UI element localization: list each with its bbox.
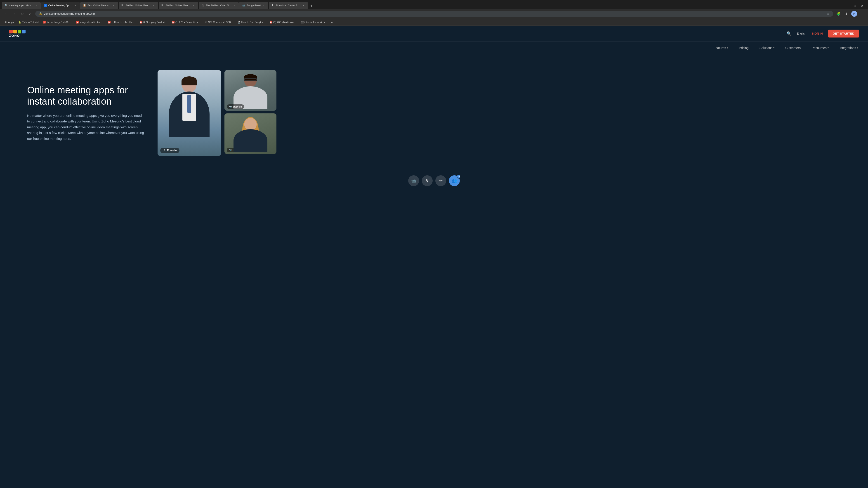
nav-integrations-label: Integrations <box>839 46 856 50</box>
bookmark-python[interactable]: 🐍 Python Tutorial <box>17 20 40 24</box>
bookmark-multiclass[interactable]: ▶ (5) 208 - Multiclass... <box>268 20 298 24</box>
forward-button[interactable]: → <box>11 11 17 17</box>
nav-pricing[interactable]: Pricing <box>738 44 749 52</box>
bookmark-imgclass[interactable]: ▶ Image classification... <box>74 20 105 24</box>
tab-title-4: 10 Best Online Meet... <box>126 4 151 7</box>
participants-button[interactable]: 👥 25 <box>449 175 460 186</box>
video-toggle-button[interactable]: 📹 <box>408 175 419 186</box>
tab-5[interactable]: K 10 Best Online Meet... ✕ <box>159 2 198 9</box>
franklin-video-bg <box>158 70 221 156</box>
bookmark-favicon-multiclass: ▶ <box>270 21 272 24</box>
share-screen-button[interactable]: ✏ <box>435 175 446 186</box>
tab-8[interactable]: ⬇ Download Center fo... ✕ <box>269 2 308 9</box>
extensions-icon[interactable]: 🧩 <box>835 11 841 17</box>
download-icon[interactable]: ⬇ <box>843 11 849 17</box>
reload-button[interactable]: ↻ <box>19 11 25 17</box>
bookmark-label-python: Python Tutorial <box>22 21 38 24</box>
tab-3[interactable]: 📋 Best Online Meetin... ✕ <box>80 2 118 9</box>
tab-title-8: Download Center fo... <box>276 4 300 7</box>
zoho-logo[interactable]: ZOHO <box>9 30 26 37</box>
hero-visual: 🎙 Franklin <box>158 70 276 156</box>
tab-close-4[interactable]: ✕ <box>152 4 156 7</box>
tab-close-5[interactable]: ✕ <box>192 4 195 7</box>
bookmark-favicon-semantic: ▶ <box>172 21 175 24</box>
profile-avatar[interactable]: P <box>851 11 857 17</box>
nav-features-label: Features <box>714 46 726 50</box>
tab-title-2: Online Meeting App... <box>49 4 72 7</box>
nav-resources[interactable]: Resources ▾ <box>811 44 830 52</box>
tab-close-7[interactable]: ✕ <box>262 4 266 7</box>
grace-body <box>234 129 268 152</box>
search-icon[interactable]: 🔍 <box>786 31 792 36</box>
tab-6[interactable]: 🎥 The 10 Best Video M... ✕ <box>199 2 239 9</box>
home-button[interactable]: ⌂ <box>27 11 33 17</box>
bookmark-howto[interactable]: ▶ 1. How to collect Im... <box>106 20 137 24</box>
nav-features-arrow: ▾ <box>727 46 728 49</box>
bookmark-label-howto: 1. How to collect Im... <box>112 21 135 24</box>
address-bar[interactable]: 🔒 zoho.com/meeting/online-meeting-app.ht… <box>35 11 833 17</box>
bookmark-apps[interactable]: ⊞ Apps <box>3 20 16 24</box>
logo-square-orange <box>13 30 17 33</box>
tab-7[interactable]: 📹 Google Meet ✕ <box>239 2 268 9</box>
bookmark-label-keras: Keras ImageDataGe... <box>46 21 71 24</box>
minimize-button[interactable]: ─ <box>844 3 851 9</box>
language-selector[interactable]: English <box>797 32 807 35</box>
participants-count-badge: 25 <box>457 174 461 178</box>
bookmarks-more-button[interactable]: » <box>330 20 334 25</box>
more-menu-icon[interactable]: ⋮ <box>859 11 865 17</box>
bookmark-scraping[interactable]: ▶ 8. Scraping Product... <box>138 20 169 24</box>
nav-features[interactable]: Features ▾ <box>713 44 729 52</box>
nav-integrations[interactable]: Integrations ▾ <box>839 44 859 52</box>
back-button[interactable]: ← <box>3 11 9 17</box>
grace-face <box>244 118 257 130</box>
franklin-label-container: 🎙 Franklin <box>160 148 180 153</box>
stephen-glasses <box>244 78 257 81</box>
tab-1[interactable]: 🔍 meeting apps - Goo... ✕ <box>2 2 41 9</box>
bookmark-favicon-nci: 🎓 <box>204 21 207 24</box>
tab-favicon-4: K <box>121 4 125 7</box>
bookmark-interstellar[interactable]: 🎬 interstellar movie -... <box>299 20 329 24</box>
bookmark-star-icon[interactable]: ☆ <box>827 12 830 15</box>
logo-square-green <box>18 30 21 33</box>
maximize-button[interactable]: □ <box>852 3 858 9</box>
tab-title-7: Google Meet <box>246 4 260 7</box>
bookmark-nci[interactable]: 🎓 NCI Courses - H9PR... <box>203 20 235 24</box>
bookmark-favicon-imgclass: ▶ <box>76 21 79 24</box>
tab-close-2[interactable]: ✕ <box>73 4 77 7</box>
header-right: 🔍 English SIGN IN GET STARTED <box>786 30 859 37</box>
tab-2[interactable]: Z Online Meeting App... ✕ <box>41 2 80 9</box>
get-started-button[interactable]: GET STARTED <box>828 30 859 37</box>
tab-close-3[interactable]: ✕ <box>112 4 116 7</box>
bookmark-keras[interactable]: K Keras ImageDataGe... <box>41 20 73 24</box>
bookmark-favicon-scraping: ▶ <box>140 21 143 24</box>
bookmark-semantic[interactable]: ▶ (1) 228 - Semantic s... <box>170 20 202 24</box>
tab-favicon-2: Z <box>44 4 47 7</box>
controls-bar: 📹 🎙 ✏ 👥 25 <box>0 172 868 190</box>
tab-4[interactable]: K 10 Best Online Meet... ✕ <box>119 2 158 9</box>
tab-favicon-1: 🔍 <box>4 4 8 7</box>
bookmark-jupyter[interactable]: 📓 How to Run Jupyter... <box>236 20 267 24</box>
site-nav: Features ▾ Pricing Solutions ▾ Customers… <box>0 41 868 54</box>
nav-customers[interactable]: Customers <box>784 44 802 52</box>
mic-toggle-button[interactable]: 🎙 <box>422 175 433 186</box>
nav-solutions[interactable]: Solutions ▾ <box>758 44 776 52</box>
side-videos: 📷 Stephen <box>224 70 276 154</box>
tab-close-6[interactable]: ✕ <box>232 4 236 7</box>
tab-favicon-5: K <box>161 4 164 7</box>
tab-title-5: 10 Best Online Meet... <box>166 4 191 7</box>
tab-favicon-6: 🎥 <box>202 4 205 7</box>
logo-square-blue <box>22 30 26 33</box>
bookmark-label-apps: Apps <box>8 21 14 24</box>
close-window-button[interactable]: ✕ <box>859 3 865 9</box>
nav-resources-label: Resources <box>811 46 827 50</box>
bookmark-favicon-apps: ⊞ <box>4 21 7 24</box>
sign-in-button[interactable]: SIGN IN <box>812 32 823 35</box>
new-tab-button[interactable]: + <box>308 3 315 9</box>
tab-close-8[interactable]: ✕ <box>302 4 305 7</box>
nav-solutions-arrow: ▾ <box>773 46 774 49</box>
tab-close-1[interactable]: ✕ <box>34 4 38 7</box>
tab-favicon-8: ⬇ <box>272 4 275 7</box>
browser-chrome: 🔍 meeting apps - Goo... ✕ Z Online Meeti… <box>0 0 868 26</box>
tab-favicon-3: 📋 <box>83 4 86 7</box>
stephen-participant-label: 📷 Stephen <box>227 104 244 109</box>
